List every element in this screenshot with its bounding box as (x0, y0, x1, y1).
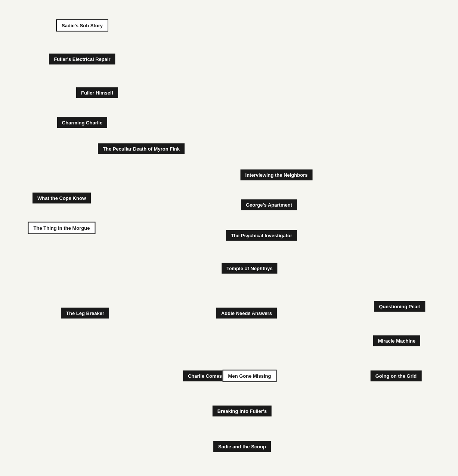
node-going-on-the-grid[interactable]: Going on the Grid (371, 371, 422, 381)
node-questioning-pearl[interactable]: Questioning Pearl (374, 301, 425, 312)
node-georges-apartment[interactable]: George's Apartment (241, 200, 297, 210)
node-charming-charlie[interactable]: Charming Charlie (57, 117, 107, 128)
node-the-leg-breaker[interactable]: The Leg Breaker (61, 308, 109, 319)
node-psychical-investigator[interactable]: The Psychical Investigator (226, 230, 297, 241)
node-sadies-sob-story[interactable]: Sadie's Sob Story (56, 19, 108, 32)
node-men-gone-missing[interactable]: Men Gone Missing (223, 370, 277, 382)
node-the-thing-in-morgue[interactable]: The Thing in the Morgue (28, 222, 96, 234)
node-interviewing-neighbors[interactable]: Interviewing the Neighbors (241, 170, 313, 180)
diagram-container: Sadie's Sob StoryFuller's Electrical Rep… (0, 0, 458, 476)
node-miracle-machine[interactable]: Miracle Machine (373, 336, 420, 346)
node-what-the-cops-know[interactable]: What the Cops Know (33, 193, 91, 204)
node-fuller-himself[interactable]: Fuller Himself (76, 87, 118, 98)
node-breaking-into-fullers[interactable]: Breaking Into Fuller's (213, 406, 272, 417)
node-fullers-electrical-repair[interactable]: Fuller's Electrical Repair (49, 54, 115, 65)
node-the-peculiar-death[interactable]: The Peculiar Death of Myron Fink (98, 143, 185, 154)
node-temple-of-nephthys[interactable]: Temple of Nephthys (222, 263, 277, 274)
node-sadie-and-the-scoop[interactable]: Sadie and the Scoop (213, 441, 271, 452)
node-addie-needs-answers[interactable]: Addie Needs Answers (216, 308, 277, 319)
